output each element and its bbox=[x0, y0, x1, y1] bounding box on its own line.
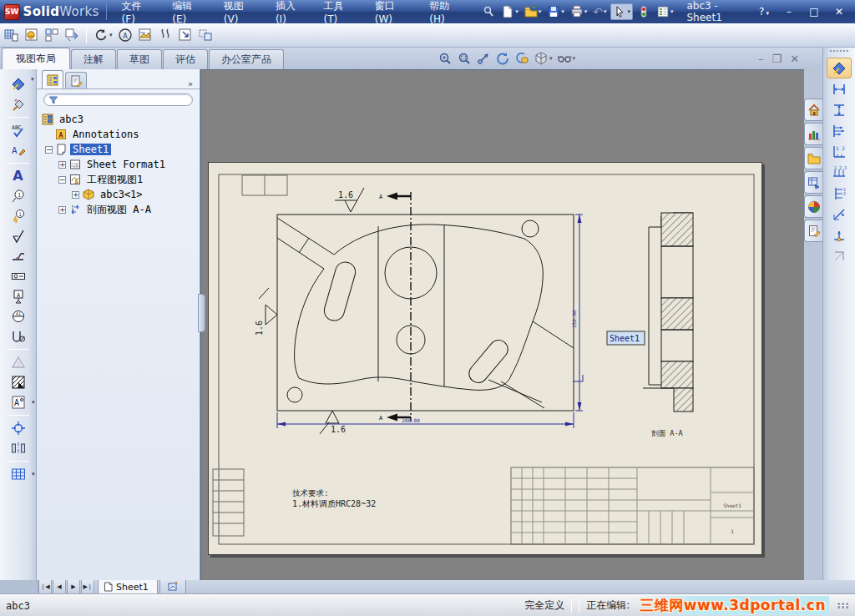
smart-dimension-button[interactable]: ▾ bbox=[4, 74, 33, 94]
ordinate-dimension-button[interactable]: 1 2 bbox=[827, 141, 852, 162]
geometric-tolerance-button[interactable] bbox=[4, 266, 33, 286]
dimension-width[interactable]: 200.00 bbox=[277, 412, 574, 428]
annotation-style-button[interactable]: A▾ bbox=[4, 392, 33, 412]
surface-finish-left[interactable]: 1.6 bbox=[255, 288, 277, 336]
center-mark-button[interactable] bbox=[4, 418, 33, 438]
tab-evaluate[interactable]: 评估 bbox=[163, 49, 208, 69]
note-button[interactable]: A bbox=[117, 27, 134, 43]
rotate-view-button[interactable]: ▾ bbox=[93, 27, 114, 43]
tree-node-sheet1[interactable]: − Sheet1 bbox=[40, 142, 200, 157]
smart-dimension-button[interactable] bbox=[827, 58, 852, 78]
vertical-ordinate-button[interactable]: 12 bbox=[827, 183, 852, 204]
help-button[interactable]: ? ▾ bbox=[755, 6, 773, 18]
vertical-dimension-button[interactable] bbox=[827, 99, 852, 120]
chamfer-dimension-button[interactable] bbox=[827, 204, 852, 225]
tree-node-drawing-view1[interactable]: − 工程图视图1 bbox=[40, 172, 200, 187]
expand-box[interactable]: + bbox=[72, 191, 79, 199]
pin-button[interactable] bbox=[480, 4, 497, 19]
first-sheet-button[interactable]: ❘◀ bbox=[38, 580, 52, 594]
tree-node-section-view[interactable]: + 剖面视图 A-A bbox=[40, 202, 200, 217]
align-dimension-button[interactable] bbox=[827, 245, 852, 266]
expand-box[interactable]: + bbox=[58, 161, 66, 169]
save-button[interactable]: ▾ bbox=[545, 4, 566, 19]
tab-view-layout[interactable]: 视图布局 bbox=[2, 48, 70, 69]
select-button[interactable]: ▾ bbox=[610, 3, 633, 20]
dimension-height[interactable]: 150.00 bbox=[571, 215, 583, 411]
custom-properties-tab[interactable] bbox=[804, 220, 822, 242]
propertymanager-tab[interactable] bbox=[65, 72, 87, 88]
previous-sheet-button[interactable]: ◀ bbox=[53, 580, 66, 594]
display-style-button[interactable]: ▾ bbox=[557, 51, 576, 66]
doc-close-button[interactable]: ✕ bbox=[790, 53, 799, 65]
note-button[interactable]: A bbox=[4, 166, 33, 186]
panel-splitter-handle[interactable] bbox=[198, 294, 205, 332]
tree-node-sheet-format1[interactable]: + Sheet Format1 bbox=[40, 157, 200, 172]
toolbar-drag-handle[interactable] bbox=[830, 50, 848, 54]
tables-button[interactable]: ▾ bbox=[4, 464, 33, 484]
drawing-viewport[interactable]: A A 1.6 1.6 1.6 bbox=[200, 69, 804, 580]
add-sheet-tab[interactable] bbox=[159, 580, 186, 594]
revision-symbol-button[interactable]: 1 bbox=[4, 352, 33, 372]
model-sheet-button[interactable] bbox=[23, 27, 40, 43]
section-view[interactable] bbox=[643, 213, 693, 412]
collapse-box[interactable]: − bbox=[45, 146, 53, 154]
surface-finish-button[interactable] bbox=[4, 226, 33, 246]
weld-symbol-button[interactable] bbox=[4, 246, 33, 266]
balloon-button[interactable]: 1 bbox=[4, 186, 33, 206]
rebuild-button[interactable] bbox=[635, 4, 652, 19]
layout-button[interactable] bbox=[197, 27, 214, 43]
options-button[interactable]: ▾ bbox=[655, 4, 675, 19]
zoom-fit-button[interactable] bbox=[438, 51, 453, 66]
doc-restore-button[interactable]: ❐ bbox=[772, 53, 782, 65]
next-sheet-button[interactable]: ▶ bbox=[67, 580, 80, 594]
appearances-tab[interactable] bbox=[804, 195, 822, 218]
sheet1-tab[interactable]: Sheet1 bbox=[98, 580, 158, 594]
format-painter-button[interactable]: A bbox=[4, 140, 33, 160]
print-button[interactable]: ▾ bbox=[569, 4, 589, 19]
view-palette-tab[interactable] bbox=[804, 171, 822, 194]
sketch-curves-button[interactable] bbox=[157, 27, 174, 43]
tree-node-annotations[interactable]: A Annotations bbox=[40, 127, 200, 142]
open-button[interactable]: ▾ bbox=[523, 4, 544, 19]
zoom-in-out-button[interactable] bbox=[476, 51, 491, 66]
tab-office-products[interactable]: 办公室产品 bbox=[209, 49, 284, 69]
featuremanager-tab[interactable] bbox=[42, 70, 63, 88]
maximize-button[interactable]: □ bbox=[805, 6, 823, 18]
technical-notes[interactable]: 技术要求: 1.材料调质HRC28~32 bbox=[292, 488, 376, 508]
surface-finish-top[interactable]: 1.6 bbox=[335, 188, 364, 212]
tab-annotation[interactable]: 注解 bbox=[71, 49, 116, 69]
view-orientation-button[interactable]: ▾ bbox=[534, 51, 553, 66]
datum-target-button[interactable]: A1 bbox=[4, 306, 33, 326]
auto-balloon-button[interactable]: 1 bbox=[4, 206, 33, 226]
solidworks-resources-tab[interactable] bbox=[804, 98, 822, 121]
minimize-button[interactable]: – bbox=[780, 6, 798, 18]
horizontal-dimension-button[interactable] bbox=[827, 78, 852, 99]
last-sheet-button[interactable]: ▶❘ bbox=[81, 580, 94, 594]
expand-box[interactable]: + bbox=[58, 206, 66, 214]
collapse-box[interactable]: − bbox=[58, 176, 66, 184]
projected-view-button[interactable] bbox=[63, 27, 80, 43]
datum-feature-button[interactable]: A bbox=[4, 286, 33, 306]
tree-node-part-abc3[interactable]: + abc3<1> bbox=[40, 187, 200, 202]
close-button[interactable]: ✕ bbox=[830, 6, 848, 18]
horizontal-ordinate-button[interactable]: 1 2 3 bbox=[827, 162, 852, 183]
view-palette-button[interactable] bbox=[137, 27, 154, 43]
tree-node-root[interactable]: abc3 bbox=[40, 112, 200, 127]
view-tag[interactable]: Sheet1 bbox=[607, 331, 645, 345]
drawing-sheet[interactable]: A A 1.6 1.6 1.6 bbox=[208, 162, 762, 555]
undo-button[interactable]: ↶▾ bbox=[591, 5, 608, 18]
doc-minimize-button[interactable]: – bbox=[758, 53, 764, 65]
model-items-button[interactable]: ✳ bbox=[4, 94, 33, 114]
surface-finish-bottom[interactable]: 1.6 bbox=[320, 411, 346, 434]
section-line[interactable]: A A bbox=[379, 192, 411, 422]
balloon-sheet-button[interactable] bbox=[177, 27, 194, 43]
spell-check-button[interactable]: ABC bbox=[4, 120, 33, 140]
main-view[interactable] bbox=[277, 215, 574, 411]
hole-callout-button[interactable] bbox=[4, 326, 33, 346]
resize-grip[interactable] bbox=[837, 603, 849, 608]
tree-filter-input[interactable] bbox=[43, 93, 193, 106]
centerline-button[interactable] bbox=[4, 438, 33, 458]
panel-expand-chevron[interactable]: » bbox=[188, 79, 196, 88]
attach-dimension-button[interactable] bbox=[827, 225, 852, 245]
file-explorer-tab[interactable] bbox=[804, 147, 822, 169]
